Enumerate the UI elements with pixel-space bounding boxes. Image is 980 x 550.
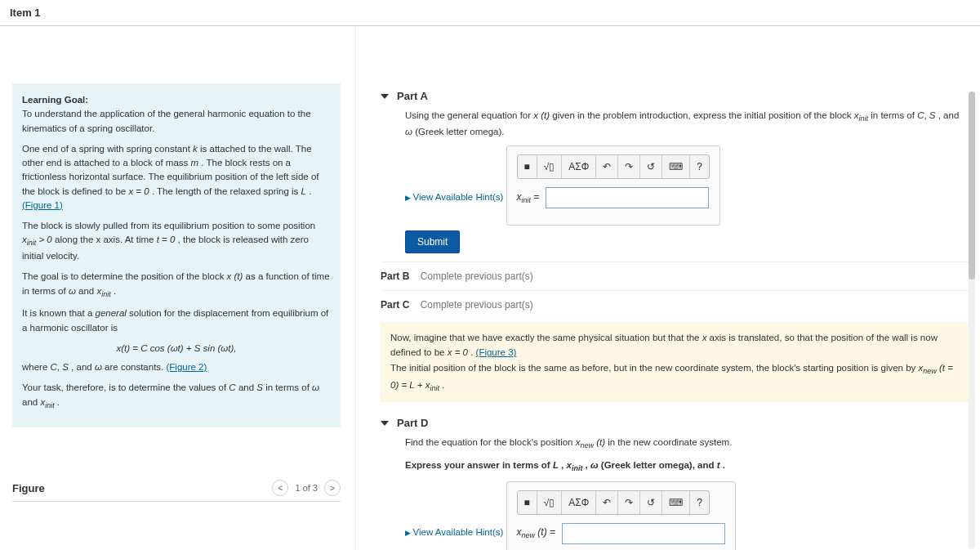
tb-undo-button[interactable]: ↶ [596,155,618,178]
var-omega: ω [95,362,102,372]
var-x0: x = 0 [128,186,149,196]
part-d-body: Find the equation for the block's positi… [381,436,969,550]
part-a-title: Part A [397,90,428,102]
goal-text: and [78,286,96,296]
goal-text: . [57,397,60,407]
var-omega: ω [405,127,412,136]
goal-text: The block is slowly pulled from its equi… [22,221,315,230]
goal-text: . [114,286,116,296]
part-a-input-box: ■ √▯ ΑΣΦ ↶ ↷ ↺ ⌨ ? xinit = [506,145,721,226]
tb-keyboard-button[interactable]: ⌨ [662,155,690,178]
var-omega: ω [312,382,319,392]
var-xt: x (t) [227,271,243,281]
tb-help-button[interactable]: ? [690,155,709,178]
part-d-hints-toggle[interactable]: View Available Hint(s) [405,525,503,539]
part-d-text: , [561,460,566,470]
var-L: L [301,186,306,196]
tb-undo-button[interactable]: ↶ [596,491,618,514]
figure-pager: < 1 of 3 > [272,480,341,496]
tb-redo-button[interactable]: ↷ [618,491,640,514]
tb-keyboard-button[interactable]: ⌨ [662,491,690,514]
tb-greek-button[interactable]: ΑΣΦ [562,491,596,514]
var-omega: ω [69,286,76,296]
figure-2-link[interactable]: (Figure 2) [167,362,207,372]
part-a-text: (Greek letter omega). [415,127,504,136]
collapse-caret-icon [381,94,389,99]
part-a-text: Using the general equation for [405,110,533,120]
var-C: C [51,362,57,372]
tb-template-button[interactable]: ■ [518,491,537,514]
tb-greek-button[interactable]: ΑΣΦ [562,155,596,178]
tb-template-button[interactable]: ■ [518,155,537,178]
var-t: t [717,460,720,470]
goal-text: . The length of the relaxed spring is [152,186,301,196]
equation-toolbar: ■ √▯ ΑΣΦ ↶ ↷ ↺ ⌨ ? [517,154,710,179]
part-d-input-box: ■ √▯ ΑΣΦ ↶ ↷ ↺ ⌨ ? xnew (t) = [506,481,737,550]
part-d-text: . [723,460,725,470]
scrollbar-thumb[interactable] [969,92,975,279]
inter-text: Now, imagine that we have exactly the sa… [390,333,702,342]
var-S: S [929,110,936,120]
part-d-text: Find the equation for the block's positi… [405,437,576,447]
figure-next-button[interactable]: > [324,480,341,496]
goal-p1: To understand the application of the gen… [22,109,311,132]
tb-redo-button[interactable]: ↷ [618,155,640,178]
figure-page-count: 1 of 3 [295,483,318,493]
part-a-header[interactable]: Part A [381,83,969,109]
tb-sqrt-button[interactable]: √▯ [537,155,563,178]
goal-text: where [22,362,51,372]
part-d-title: Part D [397,417,428,429]
right-column: Part A Using the general equation for x … [355,26,980,550]
collapse-caret-icon [381,421,389,426]
goal-text: , and [71,362,95,372]
part-d-header[interactable]: Part D [381,410,969,436]
tb-reset-button[interactable]: ↺ [640,155,662,178]
figure-3-link[interactable]: (Figure 3) [476,347,517,357]
goal-text: in terms of [265,382,312,392]
var-t0: t = 0 [157,235,176,244]
figure-canvas: L xinit k ⳡⳡⳡⳡⳡ x = 0 [12,501,341,550]
part-a-hints-toggle[interactable]: View Available Hint(s) [405,190,503,204]
part-d-text: in the new coordinate system. [608,437,732,447]
figure-1-link[interactable]: (Figure 1) [22,200,63,210]
inter-text: . [442,380,444,390]
var-xnew-t: xnew (t) [576,437,605,447]
part-b-locked: Part B Complete previous part(s) [381,262,969,290]
part-a-submit-button[interactable]: Submit [405,230,460,253]
equation-xt: x(t) = C cos (ωt) + S sin (ωt), [22,342,331,355]
learning-goal-box: Learning Goal: To understand the applica… [12,83,341,427]
part-a-answer-label: xinit = [517,190,540,207]
intermediate-prompt: Now, imagine that we have exactly the sa… [381,322,969,402]
page-title: Item 1 [0,0,980,26]
part-a-text: , and [938,110,960,120]
tb-sqrt-button[interactable]: √▯ [537,491,563,514]
goal-text: and [238,382,256,392]
scrollbar-track[interactable] [969,92,975,549]
goal-text: and [22,397,40,407]
var-x0: x = 0 [448,347,468,357]
var-xinit: xinit [40,397,54,407]
var-x-axis: x [702,333,707,342]
var-m: m [190,158,198,168]
var-xinit: xinit [96,286,110,296]
figure-prev-button[interactable]: < [272,480,288,496]
goal-text: The goal is to determine the position of… [22,271,227,281]
part-d-answer-input[interactable] [562,523,725,544]
part-a-text: given in the problem introduction, expre… [552,110,854,120]
var-omega: ω [590,460,599,470]
figure-heading: Figure [12,482,45,494]
var-L: L [553,460,559,470]
part-a-answer-input[interactable] [546,187,709,208]
var-xinit: xinit [854,110,868,120]
tb-reset-button[interactable]: ↺ [640,491,662,514]
goal-title: Learning Goal: [22,95,88,105]
var-C: C [917,110,924,120]
goal-text: . [309,186,311,196]
var-xinit-gt0: xinit > 0 [22,235,52,244]
goal-text: are constants. [105,362,166,372]
var-xt: x (t) [533,110,550,120]
goal-text-ital: general [96,308,127,318]
tb-help-button[interactable]: ? [690,491,709,514]
part-c-msg: Complete previous part(s) [421,299,533,311]
var-C: C [229,382,235,392]
